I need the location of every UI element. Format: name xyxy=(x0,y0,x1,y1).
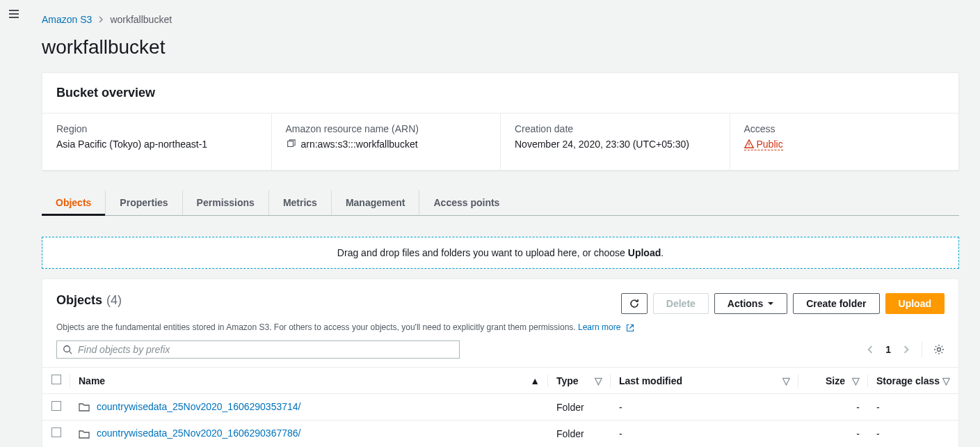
object-type: Folder xyxy=(548,421,611,447)
actions-label: Actions xyxy=(728,298,763,309)
col-size-header[interactable]: Size xyxy=(826,375,845,386)
access-value: Public xyxy=(757,139,783,150)
upload-dropzone[interactable]: Drag and drop files and folders you want… xyxy=(42,237,959,269)
next-page-button[interactable] xyxy=(902,345,910,354)
col-storage-header[interactable]: Storage class xyxy=(876,375,940,386)
refresh-icon xyxy=(629,298,640,309)
prev-page-button[interactable] xyxy=(866,345,874,354)
create-folder-button[interactable]: Create folder xyxy=(793,293,879,314)
delete-button: Delete xyxy=(653,293,709,314)
creation-label: Creation date xyxy=(515,123,716,134)
dropzone-upload-word: Upload xyxy=(628,247,661,258)
sort-icon[interactable]: ▽ xyxy=(782,375,790,386)
sort-icon[interactable]: ▽ xyxy=(942,375,950,386)
folder-icon xyxy=(79,402,90,413)
warning-icon xyxy=(744,139,754,149)
actions-button[interactable]: Actions xyxy=(714,293,787,314)
objects-title: Objects xyxy=(56,293,102,308)
overview-title: Bucket overview xyxy=(56,86,945,100)
svg-point-2 xyxy=(938,348,941,352)
sort-icon[interactable]: ▽ xyxy=(595,375,602,386)
tab-objects[interactable]: Objects xyxy=(42,190,106,215)
learn-more-link[interactable]: Learn more xyxy=(578,322,620,332)
objects-panel: Objects (4) Delete Actions Create folder… xyxy=(42,279,959,447)
search-icon xyxy=(63,345,72,354)
pagination: 1 xyxy=(866,341,945,358)
page-number: 1 xyxy=(885,344,891,355)
dropzone-text: Drag and drop files and folders you want… xyxy=(337,247,628,258)
copy-icon[interactable] xyxy=(286,139,296,149)
object-type: Folder xyxy=(548,394,611,421)
breadcrumb: Amazon S3 workfallbucket xyxy=(42,14,959,25)
tab-properties[interactable]: Properties xyxy=(106,190,182,215)
gear-icon xyxy=(933,344,945,355)
arn-value: arn:aws:s3:::workfallbucket xyxy=(301,139,418,150)
objects-description: Objects are the fundamental entities sto… xyxy=(42,322,958,340)
bucket-tabs: Objects Properties Permissions Metrics M… xyxy=(42,190,959,216)
tab-metrics[interactable]: Metrics xyxy=(269,190,332,215)
object-modified: - xyxy=(611,421,798,447)
tab-access-points[interactable]: Access points xyxy=(419,190,513,215)
divider xyxy=(922,341,922,358)
page-title: workfallbucket xyxy=(42,36,959,58)
access-public-badge[interactable]: Public xyxy=(744,139,783,150)
refresh-button[interactable] xyxy=(621,293,648,314)
search-input[interactable] xyxy=(78,344,453,355)
sort-asc-icon[interactable]: ▲ xyxy=(530,375,540,386)
row-checkbox[interactable] xyxy=(51,401,61,411)
settings-button[interactable] xyxy=(933,344,945,355)
object-size: - xyxy=(798,394,868,421)
chevron-right-icon xyxy=(97,14,104,25)
search-box[interactable] xyxy=(56,340,460,359)
tab-permissions[interactable]: Permissions xyxy=(183,190,269,215)
caret-down-icon xyxy=(767,300,774,307)
object-name-link[interactable]: countrywisedata_25Nov2020_1606290367786/ xyxy=(97,428,300,439)
table-row: countrywisedata_25Nov2020_1606290353714/… xyxy=(42,394,958,421)
breadcrumb-root[interactable]: Amazon S3 xyxy=(42,14,92,25)
folder-icon xyxy=(79,429,90,440)
col-modified-header[interactable]: Last modified xyxy=(619,375,682,386)
menu-toggle[interactable] xyxy=(0,0,28,28)
svg-rect-0 xyxy=(287,141,293,147)
arn-label: Amazon resource name (ARN) xyxy=(286,123,487,134)
access-label: Access xyxy=(744,123,945,134)
object-storage-class: - xyxy=(868,394,958,421)
object-storage-class: - xyxy=(868,421,958,447)
upload-button[interactable]: Upload xyxy=(885,293,945,314)
objects-count: (4) xyxy=(106,293,122,308)
external-link-icon xyxy=(626,324,634,332)
region-label: Region xyxy=(56,123,257,134)
dropzone-suffix: . xyxy=(661,247,664,258)
col-type-header[interactable]: Type xyxy=(556,375,579,386)
creation-value: November 24, 2020, 23:30 (UTC+05:30) xyxy=(515,139,716,150)
row-checkbox[interactable] xyxy=(51,428,61,437)
region-value: Asia Pacific (Tokyo) ap-northeast-1 xyxy=(56,139,257,150)
hamburger-icon xyxy=(8,8,19,19)
table-row: countrywisedata_25Nov2020_1606290367786/… xyxy=(42,421,958,447)
object-modified: - xyxy=(611,394,798,421)
sort-icon[interactable]: ▽ xyxy=(852,375,860,386)
col-name-header[interactable]: Name xyxy=(79,375,105,386)
tab-management[interactable]: Management xyxy=(332,190,420,215)
bucket-overview-panel: Bucket overview Region Asia Pacific (Tok… xyxy=(42,72,959,171)
objects-table: Name▲ Type▽ Last modified▽ Size▽ Storage… xyxy=(42,367,958,447)
object-size: - xyxy=(798,421,868,447)
object-name-link[interactable]: countrywisedata_25Nov2020_1606290353714/ xyxy=(97,401,300,412)
select-all-checkbox[interactable] xyxy=(51,375,61,384)
svg-point-1 xyxy=(64,346,70,352)
breadcrumb-current: workfallbucket xyxy=(110,14,172,25)
